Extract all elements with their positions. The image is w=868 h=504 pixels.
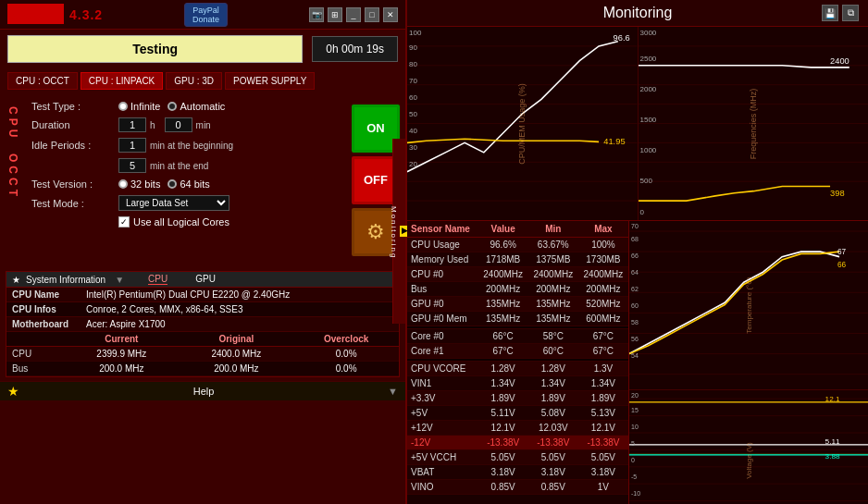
monitoring-title: Monitoring	[603, 5, 673, 21]
test-version-label: Test Version :	[31, 178, 115, 190]
camera-icon[interactable]: 📷	[309, 7, 324, 22]
test-type-row: Test Type : Infinite Automatic	[31, 101, 341, 112]
idle-start-input[interactable]	[118, 138, 146, 153]
sysinfo-row-cpuinfos: CPU Infos Conroe, 2 Cores, MMX, x86-64, …	[6, 302, 399, 317]
svg-text:12.1: 12.1	[825, 396, 840, 403]
right-panel: Monitoring 💾 ⧉	[407, 0, 868, 504]
close-icon[interactable]: ✕	[383, 7, 398, 22]
test-mode-label: Test Mode :	[31, 198, 115, 209]
sensor-row-memused: Memory Used 1718MB 1375MB 1730MB	[407, 252, 628, 267]
test-type-options: Infinite Automatic	[118, 101, 225, 112]
sensor-row-3v3: +3.3V 1.89V 1.89V 1.89V	[407, 391, 628, 406]
sensor-row-vin1: VIN1 1.34V 1.34V 1.34V	[407, 376, 628, 391]
svg-text:41.95: 41.95	[603, 137, 625, 146]
sensor-row-gpu0: GPU #0 135MHz 135MHz 520MHz	[407, 297, 628, 312]
test-version-options: 32 bits 64 bits	[118, 178, 210, 190]
sensor-row-cpuusage: CPU Usage 96.6% 63.67% 100%	[407, 238, 628, 252]
status-bar: Testing 0h 00m 19s	[0, 30, 405, 68]
radio-automatic-dot	[167, 102, 177, 111]
left-panel: OCCT 4.3.2 PayPal Donate 📷 ⊞ _ □ ✕ Testi…	[0, 0, 407, 504]
restore-icon[interactable]: □	[365, 7, 379, 22]
logical-cores-checkbox[interactable]: ✓ Use all Logical Cores	[118, 216, 229, 227]
radio-32bit-dot	[118, 179, 128, 189]
sensor-row-cpuvcore: CPU VCORE 1.28V 1.28V 1.3V	[407, 362, 628, 376]
paypal-button[interactable]: PayPal Donate	[184, 3, 228, 27]
freq-chart: 2400 398 3000 2500 2000 1500 1000 500 0 …	[639, 27, 869, 220]
test-mode-row: Test Mode : Large Data Set	[31, 195, 341, 211]
radio-infinite[interactable]: Infinite	[118, 101, 160, 112]
sensor-row-core1: Core #1 67°C 60°C 67°C	[407, 344, 628, 359]
sensor-row-cpu0: CPU #0 2400MHz 2400MHz 2400MHz	[407, 267, 628, 282]
sensor-table-header: Sensor Name Value Min Max	[407, 221, 628, 238]
duration-min-unit: min	[196, 120, 211, 130]
radio-infinite-dot	[118, 102, 128, 111]
radio-32bit[interactable]: 32 bits	[118, 178, 160, 190]
cpu-sidebar-label: CPU OCCT	[0, 97, 26, 264]
timer-display: 0h 00m 19s	[312, 36, 398, 62]
voltage-chart: 12.1 5.11 3.88 -13.38 20 15 10 5 0 -5 -1…	[629, 390, 868, 504]
sensor-row-5v: +5V 5.11V 5.08V 5.13V	[407, 406, 628, 421]
test-tabs: CPU : OCCT CPU : LINPACK GPU : 3D POWER …	[0, 68, 405, 93]
duration-h-input[interactable]	[118, 117, 146, 132]
sysinfo-header: ★ System Information ▼ CPU GPU	[6, 272, 399, 288]
sensor-row-neg12v: -12V -13.38V -13.38V -13.38V	[407, 436, 628, 450]
svg-text:66: 66	[837, 259, 846, 268]
duration-min-input[interactable]	[165, 117, 192, 132]
testing-label: Testing	[7, 35, 303, 63]
overclock-row-cpu: CPU 2399.9 MHz 2400.0 MHz 0.0%	[6, 347, 399, 362]
radio-automatic[interactable]: Automatic	[167, 101, 225, 112]
sensor-row-bus: Bus 200MHz 200MHz 200MHz	[407, 282, 628, 297]
idle-end-input[interactable]	[118, 158, 146, 173]
duration-row: Duration h min	[31, 117, 341, 132]
tab-cpu-linpack[interactable]: CPU : LINPACK	[81, 72, 164, 90]
checkbox-box: ✓	[118, 216, 130, 227]
svg-text:3.88: 3.88	[825, 452, 840, 460]
sysinfo-row-cpuname: CPU Name Intel(R) Pentium(R) Dual CPU E2…	[6, 288, 399, 302]
help-bar: ★ Help ▼	[0, 381, 405, 400]
sysinfo-tab-gpu[interactable]: GPU	[195, 274, 216, 285]
idle-periods-label: Idle Periods :	[31, 140, 115, 151]
svg-text:67: 67	[837, 247, 846, 256]
test-type-label: Test Type :	[31, 101, 115, 112]
svg-text:5.11: 5.11	[825, 438, 840, 446]
idle-start-text: min at the beginning	[150, 141, 233, 151]
monitoring-icons: 💾 ⧉	[822, 5, 859, 21]
overclock-header: Current Original Overclock	[6, 332, 399, 347]
sensor-row-vino: VINO 0.85V 0.85V 1V	[407, 480, 628, 495]
checkbox-row: ✓ Use all Logical Cores	[31, 216, 341, 227]
minimize-icon[interactable]: _	[346, 7, 361, 22]
overclock-row-bus: Bus 200.0 MHz 200.0 MHz 0.0%	[6, 362, 399, 376]
duration-h-unit: h	[150, 120, 155, 130]
mon-save-icon[interactable]: 💾	[822, 5, 838, 21]
sensor-area: Sensor Name Value Min Max CPU Usage 96.6…	[407, 221, 868, 504]
tab-power-supply[interactable]: POWER SUPPLY	[225, 72, 315, 90]
header-icons: 📷 ⊞ _ □ ✕	[309, 7, 398, 22]
test-mode-select[interactable]: Large Data Set	[118, 195, 229, 211]
sysinfo-table: CPU Name Intel(R) Pentium(R) Dual CPU E2…	[6, 288, 399, 332]
monitoring-header: Monitoring 💾 ⧉	[407, 0, 868, 27]
config-form: Test Type : Infinite Automatic Duration …	[26, 97, 346, 264]
sysinfo-tab-cpu[interactable]: CPU	[148, 274, 167, 285]
sensor-row-12v: +12V 12.1V 12.03V 12.1V	[407, 421, 628, 436]
cpu-mem-chart: 96.6 41.95 100 90 80 70 60 50 40 30 20 C…	[407, 27, 639, 220]
sensor-row-5vcch: +5V VCCH 5.05V 5.05V 5.05V	[407, 450, 628, 465]
mon-copy-icon[interactable]: ⧉	[842, 5, 859, 21]
sensor-row-vbat: VBAT 3.18V 3.18V 3.18V	[407, 465, 628, 480]
temp-chart: 67 66 70 68 66 64 62 60 58 56 54 Tempera…	[629, 221, 868, 390]
small-charts: 67 66 70 68 66 64 62 60 58 56 54 Tempera…	[629, 221, 868, 504]
help-star-icon: ★	[7, 384, 19, 399]
svg-text:96.6: 96.6	[614, 33, 630, 43]
app-header: OCCT 4.3.2 PayPal Donate 📷 ⊞ _ □ ✕	[0, 0, 405, 30]
star-icon: ★	[12, 275, 20, 285]
sysinfo-tabs: CPU GPU	[148, 274, 216, 285]
idle-end-row: min at the end	[31, 158, 341, 173]
sensor-table: Sensor Name Value Min Max CPU Usage 96.6…	[407, 221, 628, 495]
config-area: CPU OCCT Test Type : Infinite Automatic	[0, 93, 405, 267]
monitoring-sidebar: ▶ Monitoring	[392, 139, 405, 324]
grid-icon[interactable]: ⊞	[328, 7, 342, 22]
test-version-row: Test Version : 32 bits 64 bits	[31, 178, 341, 190]
tab-gpu-3d[interactable]: GPU : 3D	[166, 72, 222, 90]
overclock-table: Current Original Overclock CPU 2399.9 MH…	[6, 332, 399, 376]
radio-64bit[interactable]: 64 bits	[167, 178, 209, 190]
tab-cpu-occt[interactable]: CPU : OCCT	[7, 72, 78, 90]
